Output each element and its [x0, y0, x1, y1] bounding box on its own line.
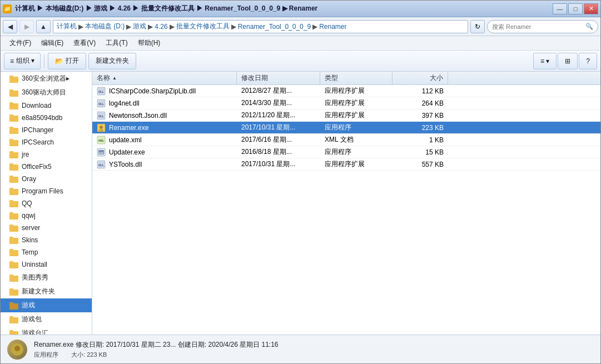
- sidebar-item-youxi[interactable]: 游戏: [1, 298, 92, 312]
- col-header-type[interactable]: 类型: [320, 72, 393, 84]
- sidebar-item-ipcsearch[interactable]: IPCSearch: [1, 136, 92, 148]
- folder-icon: [9, 138, 18, 146]
- table-row[interactable]: DLL log4net.dll 2014/3/30 星期... 应用程序扩展 2…: [92, 97, 600, 109]
- sidebar-item-oray[interactable]: Oray: [1, 173, 92, 185]
- sidebar-item-qqwj[interactable]: qqwj: [1, 210, 92, 222]
- menu-tools[interactable]: 工具(T): [101, 37, 132, 49]
- folder-icon: [9, 102, 18, 109]
- minimize-button[interactable]: —: [553, 3, 567, 14]
- sidebar-item-temp[interactable]: Temp: [1, 246, 92, 258]
- organize-button[interactable]: ≡ 组织 ▾: [4, 53, 41, 69]
- table-row[interactable]: DLL ICSharpCode.SharpZipLib.dll 2012/8/2…: [92, 85, 600, 97]
- sidebar-item-qq[interactable]: QQ: [1, 197, 92, 210]
- forward-button[interactable]: ▶: [19, 20, 34, 33]
- view-list-button[interactable]: ≡ ▾: [533, 53, 557, 69]
- breadcrumb-renamer[interactable]: Renamer: [319, 23, 346, 31]
- folder-icon: [9, 316, 18, 323]
- sidebar-item-officefix[interactable]: OfficeFix5: [1, 161, 92, 173]
- folder-icon: [9, 75, 18, 83]
- table-row[interactable]: EXE Updater.exe 2016/8/18 星期... 应用程序 15 …: [92, 146, 600, 158]
- svg-rect-23: [9, 212, 13, 214]
- folder-icon: [9, 163, 18, 171]
- exe2-icon: EXE: [97, 148, 106, 157]
- search-bar[interactable]: 🔍: [487, 20, 598, 33]
- col-header-size[interactable]: 大小: [393, 72, 448, 84]
- col-header-date[interactable]: 修改日期: [237, 72, 320, 84]
- sidebar-item-programfiles[interactable]: Program Files: [1, 185, 92, 197]
- sidebar-item-label: 360安全浏览器▸: [22, 74, 69, 83]
- sidebar-item-youxitaihui[interactable]: 游戏台汇: [1, 326, 92, 335]
- breadcrumb-bar[interactable]: 计算机 ▶ 本地磁盘 (D:) ▶ 游戏 ▶ 4.26 ▶ 批量文件修改工具 ▶…: [53, 20, 468, 33]
- sidebar-item-label: Program Files: [22, 187, 63, 195]
- menu-view[interactable]: 查看(V): [69, 37, 100, 49]
- menu-help[interactable]: 帮助(H): [133, 37, 165, 49]
- explorer-window: 📁 计算机 ▶ 本地磁盘(D:) ▶ 游戏 ▶ 4.26 ▶ 批量文件修改工具 …: [0, 0, 601, 364]
- sidebar: 360安全浏览器▸ 360驱动大师目 Download: [1, 72, 92, 335]
- breadcrumb-computer[interactable]: 计算机: [57, 22, 77, 31]
- svg-rect-29: [9, 249, 13, 251]
- sidebar-item-360driver[interactable]: 360驱动大师目: [1, 86, 92, 99]
- back-button[interactable]: ◀: [3, 20, 17, 33]
- status-text: Renamer.exe 修改日期: 2017/10/31 星期二 23... 创…: [34, 340, 594, 359]
- preview-pane-button[interactable]: ⊞: [558, 53, 578, 69]
- sidebar-item-360browser[interactable]: 360安全浏览器▸: [1, 72, 92, 86]
- sidebar-item-label: IPCSearch: [22, 138, 54, 146]
- new-folder-button[interactable]: 新建文件夹: [88, 53, 136, 69]
- sidebar-item-newfolder[interactable]: 新建文件夹: [1, 285, 92, 298]
- folder-icon: [9, 288, 18, 296]
- sidebar-item-server[interactable]: server: [1, 222, 92, 234]
- file-name-cell: EXE Renamer.exe: [92, 122, 237, 133]
- open-button[interactable]: 📂 打开: [48, 53, 86, 69]
- folder-icon: [9, 89, 18, 97]
- file-date-cell: 2014/3/30 星期...: [237, 97, 320, 109]
- folder-icon: [9, 261, 18, 268]
- table-row[interactable]: XML update.xml 2017/6/16 星期... XML 文档 1 …: [92, 134, 600, 146]
- search-icon: 🔍: [585, 23, 593, 30]
- sidebar-item-label: IPChanger: [22, 126, 53, 134]
- svg-rect-4: [9, 103, 18, 109]
- toolbar-separator-1: [44, 54, 44, 68]
- table-row[interactable]: DLL YSTools.dll 2017/10/31 星期... 应用程序扩展 …: [92, 158, 600, 171]
- svg-text:DLL: DLL: [98, 163, 104, 167]
- breadcrumb-tool[interactable]: 批量文件修改工具: [176, 22, 230, 31]
- sort-arrow: ▲: [112, 76, 117, 81]
- file-size-cell: 264 KB: [393, 97, 448, 109]
- sidebar-item-skins[interactable]: Skins: [1, 234, 92, 246]
- file-size-cell: 15 KB: [393, 146, 448, 158]
- file-date-cell: 2012/8/27 星期...: [237, 85, 320, 97]
- sidebar-item-youxibao[interactable]: 游戏包: [1, 312, 92, 326]
- search-input[interactable]: [492, 23, 585, 30]
- up-button[interactable]: ▲: [36, 20, 51, 33]
- file-type-cell: 应用程序扩展: [320, 109, 393, 121]
- svg-rect-5: [9, 102, 13, 104]
- sidebar-item-label: jre: [22, 151, 29, 158]
- sidebar-item-download[interactable]: Download: [1, 99, 92, 112]
- sidebar-item-meitu[interactable]: 美图秀秀: [1, 271, 92, 285]
- menu-file[interactable]: 文件(F): [5, 37, 36, 49]
- sidebar-item-label: 美图秀秀: [22, 273, 48, 282]
- col-header-name[interactable]: 名称 ▲: [92, 72, 237, 84]
- organize-label: 组织 ▾: [16, 56, 34, 66]
- refresh-button[interactable]: ↻: [470, 20, 485, 33]
- folder-icon: [9, 212, 18, 220]
- menu-bar: 文件(F) 编辑(E) 查看(V) 工具(T) 帮助(H): [1, 36, 600, 51]
- breadcrumb-disk[interactable]: 本地磁盘 (D:): [85, 22, 125, 31]
- table-row[interactable]: EXE Renamer.exe 2017/10/31 星期... 应用程序 22…: [92, 122, 600, 134]
- close-button[interactable]: ✕: [584, 3, 598, 14]
- address-bar: ◀ ▶ ▲ 计算机 ▶ 本地磁盘 (D:) ▶ 游戏 ▶ 4.26 ▶ 批量文件…: [1, 17, 600, 36]
- breadcrumb-games[interactable]: 游戏: [133, 22, 146, 31]
- svg-text:XML: XML: [98, 139, 105, 142]
- sidebar-item-e8a[interactable]: e8a85094bdb: [1, 112, 92, 124]
- table-row[interactable]: DLL Newtonsoft.Json.dll 2012/11/20 星期...…: [92, 109, 600, 122]
- menu-edit[interactable]: 编辑(E): [37, 37, 68, 49]
- maximize-button[interactable]: □: [568, 3, 583, 14]
- breadcrumb-renamer-tool[interactable]: Renamer_Tool_0_0_0_9: [238, 23, 311, 31]
- status-exe-icon: [11, 343, 24, 356]
- help-button[interactable]: ?: [579, 53, 597, 69]
- sidebar-item-ipchanger[interactable]: IPChanger: [1, 124, 92, 136]
- sidebar-item-uninstall[interactable]: Uninstall: [1, 258, 92, 271]
- svg-rect-60: [14, 352, 21, 355]
- breadcrumb-426[interactable]: 4.26: [155, 23, 167, 31]
- svg-rect-9: [9, 127, 13, 128]
- sidebar-item-jre[interactable]: jre: [1, 148, 92, 161]
